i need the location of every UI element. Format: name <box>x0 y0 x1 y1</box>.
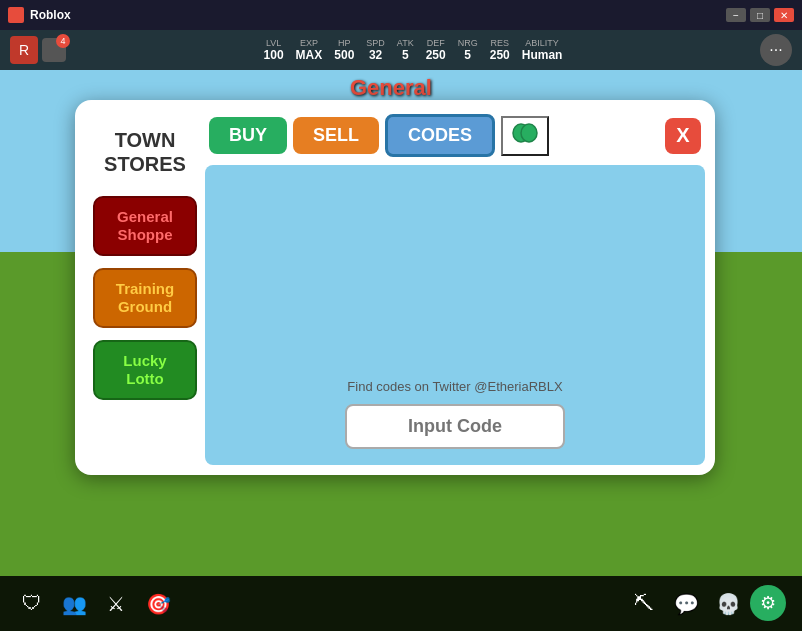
taskbar-icon-target[interactable]: 🎯 <box>142 588 174 620</box>
hud-left: R 4 <box>10 36 66 64</box>
hud-nrg: NRG 5 <box>458 38 478 62</box>
tab-sell-button[interactable]: SELL <box>293 117 379 154</box>
gear-button[interactable]: ⚙ <box>750 585 786 621</box>
hud-ability: ABILITY Human <box>522 38 563 62</box>
hud-atk: ATK 5 <box>397 38 414 62</box>
code-input[interactable] <box>345 404 565 449</box>
taskbar: 🛡 👥 ⚔ 🎯 ⛏ 💬 💀 📖 ⚙ <box>0 576 802 631</box>
store-content: BUY SELL CODES X Find codes on Twitter @… <box>205 110 705 465</box>
coin-toggle-button[interactable] <box>501 116 549 156</box>
window-controls[interactable]: − □ ✕ <box>726 8 794 22</box>
tab-bar: BUY SELL CODES X <box>205 110 705 165</box>
store-sidebar: TOWNSTORES GeneralShoppe TrainingGround … <box>85 110 205 465</box>
close-window-button[interactable]: ✕ <box>774 8 794 22</box>
hud-stats: LVL 100 EXP MAX HP 500 SPD 32 ATK 5 DEF … <box>264 38 563 62</box>
roblox-logo <box>8 7 24 23</box>
title-bar-left: Roblox <box>8 7 71 23</box>
lucky-lotto-button[interactable]: LuckyLotto <box>93 340 197 400</box>
title-bar: Roblox − □ ✕ <box>0 0 802 30</box>
training-ground-button[interactable]: TrainingGround <box>93 268 197 328</box>
codes-content-area: Find codes on Twitter @EtheriaRBLX <box>205 165 705 465</box>
tab-codes-button[interactable]: CODES <box>385 114 495 157</box>
hud-def: DEF 250 <box>426 38 446 62</box>
taskbar-icon-sword[interactable]: ⚔ <box>100 588 132 620</box>
taskbar-icon-chat[interactable]: 💬 <box>670 588 702 620</box>
taskbar-left: 🛡 👥 ⚔ 🎯 <box>16 588 174 620</box>
general-world-label: General <box>350 75 432 101</box>
hud-exp: EXP MAX <box>296 38 323 62</box>
coin-icon <box>511 122 539 144</box>
hud-lvl: LVL 100 <box>264 38 284 62</box>
tab-buy-button[interactable]: BUY <box>209 117 287 154</box>
store-layout: TOWNSTORES GeneralShoppe TrainingGround … <box>85 110 705 465</box>
codes-hint-text: Find codes on Twitter @EtheriaRBLX <box>347 379 562 394</box>
hud-spd: SPD 32 <box>366 38 385 62</box>
window-title: Roblox <box>30 8 71 22</box>
hud-res: RES 250 <box>490 38 510 62</box>
taskbar-icon-pickaxe[interactable]: ⛏ <box>628 588 660 620</box>
hud-bar: R 4 LVL 100 EXP MAX HP 500 SPD 32 ATK 5 … <box>0 30 802 70</box>
taskbar-icon-shield[interactable]: 🛡 <box>16 588 48 620</box>
hud-menu-button[interactable]: ··· <box>760 34 792 66</box>
svg-point-1 <box>521 124 537 142</box>
taskbar-icon-skull[interactable]: 💀 <box>712 588 744 620</box>
store-panel: TOWNSTORES GeneralShoppe TrainingGround … <box>75 100 715 475</box>
maximize-button[interactable]: □ <box>750 8 770 22</box>
store-close-button[interactable]: X <box>665 118 701 154</box>
general-shoppe-button[interactable]: GeneralShoppe <box>93 196 197 256</box>
badge-count: 4 <box>56 34 70 48</box>
backpack-badge[interactable]: 4 <box>42 38 66 62</box>
minimize-button[interactable]: − <box>726 8 746 22</box>
roblox-hud-icon: R <box>10 36 38 64</box>
hud-hp: HP 500 <box>334 38 354 62</box>
taskbar-icon-group[interactable]: 👥 <box>58 588 90 620</box>
hud-right: ··· <box>760 34 792 66</box>
store-sidebar-title: TOWNSTORES <box>104 120 186 184</box>
taskbar-right: ⛏ 💬 💀 📖 ⚙ <box>628 588 786 620</box>
